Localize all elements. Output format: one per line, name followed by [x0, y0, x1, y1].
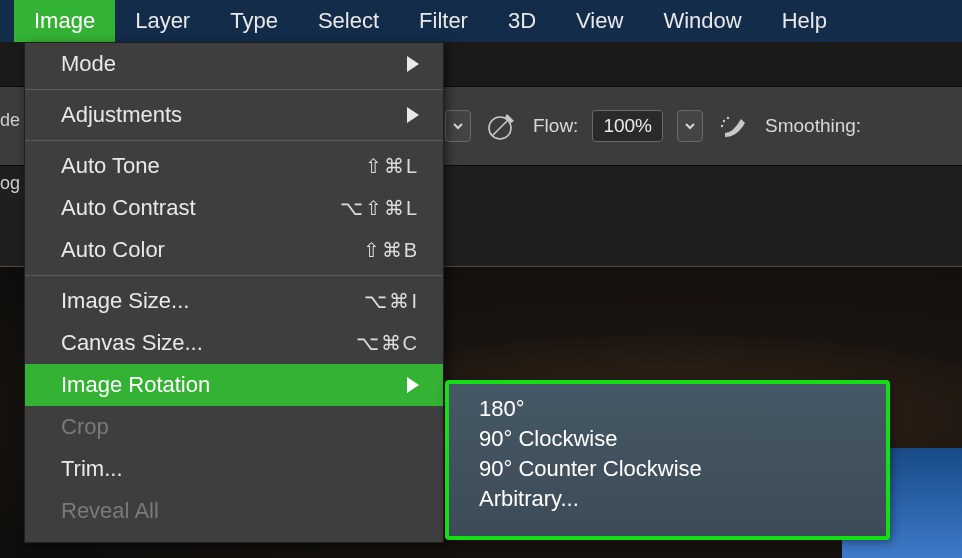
menu-item-label: Canvas Size... [61, 330, 203, 356]
submenu-item-arbitrary[interactable]: Arbitrary... [449, 484, 886, 514]
chevron-down-icon [684, 120, 696, 132]
smoothing-label: Smoothing: [765, 115, 861, 137]
svg-line-1 [492, 120, 508, 136]
submenu-item-90-clockwise[interactable]: 90° Clockwise [449, 424, 886, 454]
submenu-arrow-icon [407, 56, 419, 72]
menu-item-adjustments[interactable]: Adjustments [25, 94, 443, 136]
menu-shortcut: ⇧⌘L [365, 154, 419, 178]
image-menu-dropdown: ModeAdjustmentsAuto Tone⇧⌘LAuto Contrast… [24, 42, 444, 543]
menu-item-canvas-size[interactable]: Canvas Size...⌥⌘C [25, 322, 443, 364]
menu-item-auto-contrast[interactable]: Auto Contrast⌥⇧⌘L [25, 187, 443, 229]
menu-3d[interactable]: 3D [488, 0, 556, 42]
menu-layer[interactable]: Layer [115, 0, 210, 42]
chevron-down-icon [452, 120, 464, 132]
menu-item-label: Image Rotation [61, 372, 210, 398]
image-rotation-submenu: 180°90° Clockwise90° Counter ClockwiseAr… [445, 380, 890, 540]
left-edge-text-bottom: og [0, 173, 20, 194]
left-edge-text-top: de [0, 110, 20, 131]
menu-item-trim[interactable]: Trim... [25, 448, 443, 490]
menu-window[interactable]: Window [643, 0, 761, 42]
menu-item-auto-tone[interactable]: Auto Tone⇧⌘L [25, 145, 443, 187]
airbrush-icon-svg [719, 111, 749, 141]
svg-point-3 [727, 117, 729, 119]
menu-shortcut: ⇧⌘B [363, 238, 419, 262]
menu-separator [25, 275, 443, 276]
menu-item-label: Image Size... [61, 288, 189, 314]
pressure-opacity-icon[interactable] [485, 109, 519, 143]
menu-shortcut: ⌥⇧⌘L [340, 196, 419, 220]
menu-shortcut: ⌥⌘C [356, 331, 419, 355]
menu-help[interactable]: Help [762, 0, 847, 42]
menu-item-reveal-all: Reveal All [25, 490, 443, 532]
svg-point-4 [721, 125, 723, 127]
flow-label: Flow: [533, 115, 578, 137]
menu-item-label: Auto Contrast [61, 195, 196, 221]
submenu-item-180[interactable]: 180° [449, 394, 886, 424]
opacity-dropdown-caret[interactable] [445, 110, 471, 142]
menu-shortcut: ⌥⌘I [364, 289, 419, 313]
menu-select[interactable]: Select [298, 0, 399, 42]
menu-separator [25, 89, 443, 90]
circle-pressure-icon [487, 111, 517, 141]
menu-item-mode[interactable]: Mode [25, 43, 443, 85]
menu-item-crop: Crop [25, 406, 443, 448]
menu-view[interactable]: View [556, 0, 643, 42]
menu-item-image-size[interactable]: Image Size...⌥⌘I [25, 280, 443, 322]
menu-filter[interactable]: Filter [399, 0, 488, 42]
menu-item-label: Auto Tone [61, 153, 160, 179]
menu-item-label: Mode [61, 51, 116, 77]
airbrush-icon[interactable] [717, 109, 751, 143]
menu-item-image-rotation[interactable]: Image Rotation [25, 364, 443, 406]
menu-image[interactable]: Image [14, 0, 115, 42]
left-panel-cropped: de og [0, 110, 20, 194]
menu-item-label: Reveal All [61, 498, 159, 524]
app-menu-bar: ImageLayerTypeSelectFilter3DViewWindowHe… [0, 0, 962, 42]
menu-type[interactable]: Type [210, 0, 298, 42]
svg-point-2 [723, 120, 725, 122]
menu-item-label: Crop [61, 414, 109, 440]
menu-item-label: Auto Color [61, 237, 165, 263]
menu-item-label: Trim... [61, 456, 123, 482]
flow-dropdown-caret[interactable] [677, 110, 703, 142]
submenu-arrow-icon [407, 377, 419, 393]
flow-value-input[interactable]: 100% [592, 110, 663, 142]
submenu-item-90-counter-clockwise[interactable]: 90° Counter Clockwise [449, 454, 886, 484]
menu-item-auto-color[interactable]: Auto Color⇧⌘B [25, 229, 443, 271]
submenu-arrow-icon [407, 107, 419, 123]
menu-item-label: Adjustments [61, 102, 182, 128]
menu-separator [25, 140, 443, 141]
